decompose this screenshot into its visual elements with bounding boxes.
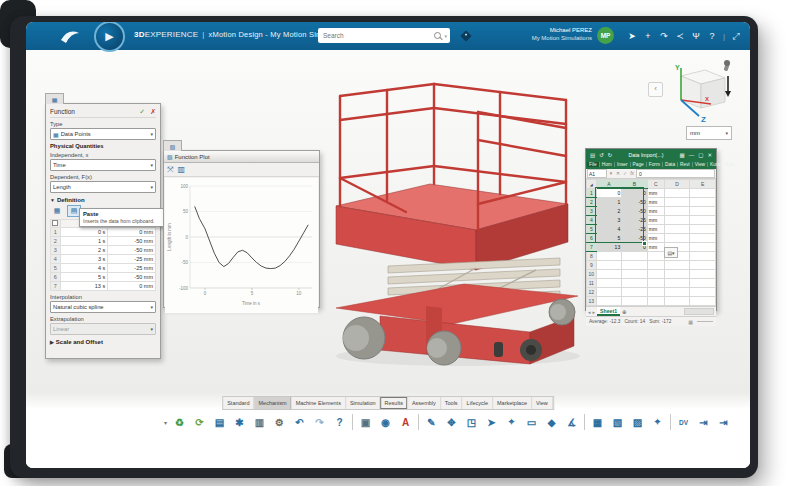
data-point-row[interactable]: 65 s-50 mm <box>51 273 156 282</box>
cell-B10[interactable] <box>622 270 648 279</box>
selection-handle[interactable] <box>642 241 647 246</box>
add-sheet-icon[interactable]: ⊕ <box>622 309 627 315</box>
save-icon[interactable]: ▤ <box>210 412 229 432</box>
cell-D13[interactable] <box>664 297 690 306</box>
cell-D2[interactable] <box>664 198 690 207</box>
x-value-cell[interactable]: 2 s <box>60 246 107 255</box>
row-header-9[interactable]: 9 <box>587 261 597 270</box>
refresh-icon[interactable]: ♻ <box>170 412 189 432</box>
sheet-scrollbar[interactable] <box>684 308 714 315</box>
y-value-cell[interactable]: 0 mm <box>108 228 156 237</box>
y-value-cell[interactable]: -25 mm <box>108 255 156 264</box>
cell-A8[interactable] <box>596 252 622 261</box>
tab-assembly[interactable]: Assembly <box>408 397 441 409</box>
cell-D10[interactable] <box>664 270 690 279</box>
window-icon[interactable]: ▣ <box>356 412 375 432</box>
cell-B12[interactable] <box>622 288 648 297</box>
column-header-B[interactable]: B <box>622 180 648 189</box>
search-chevron-icon[interactable]: ▾ <box>444 33 447 39</box>
share-icon[interactable]: ↷ <box>656 31 672 41</box>
cell-E7[interactable] <box>690 243 716 252</box>
print-icon[interactable]: ▥ <box>250 412 269 432</box>
cell-B9[interactable] <box>622 261 648 270</box>
settings-icon[interactable]: ⚙ <box>270 412 289 432</box>
expand-icon[interactable]: ⤧ <box>167 165 173 175</box>
cell-D3[interactable] <box>664 207 690 216</box>
minimize-icon[interactable]: — <box>689 152 695 158</box>
type-dropdown[interactable]: ▦ Data Points ▾ <box>50 128 156 140</box>
tab-results[interactable]: Results <box>381 397 408 409</box>
add-icon[interactable]: + <box>640 31 656 41</box>
row-header-1[interactable]: 1 <box>587 189 597 198</box>
export-table-icon[interactable]: ⇥ <box>694 412 713 432</box>
cell-B13[interactable] <box>622 297 648 306</box>
tab-mechanism[interactable]: Mechanism <box>255 397 292 409</box>
plot-icon[interactable]: DV <box>674 412 693 432</box>
tab-marketplace[interactable]: Marketplace <box>493 397 532 409</box>
cell-C13[interactable] <box>647 297 664 306</box>
cell-B5[interactable]: -25 <box>622 225 648 234</box>
independent-dropdown[interactable]: Time ▾ <box>50 159 156 171</box>
cell-A10[interactable] <box>596 270 622 279</box>
data-point-row[interactable]: 713 s0 mm <box>51 282 156 291</box>
y-value-cell[interactable]: -25 mm <box>108 264 156 273</box>
scale-offset-section[interactable]: ▶Scale and Offset <box>50 339 156 345</box>
select-all-corner[interactable]: ◢ <box>587 180 597 189</box>
help-icon[interactable]: ? <box>704 31 720 41</box>
cell-D4[interactable] <box>664 216 690 225</box>
y-value-cell[interactable]: -50 mm <box>108 237 156 246</box>
fx-icon[interactable]: fx <box>629 171 635 176</box>
row-header-7[interactable]: 7 <box>587 243 597 252</box>
cell-A13[interactable] <box>596 297 622 306</box>
row-header-4[interactable]: 4 <box>587 216 597 225</box>
probe-icon[interactable]: ⌖ <box>648 412 667 432</box>
ribbon-tab-file[interactable]: File <box>587 162 599 167</box>
search-icon[interactable] <box>434 32 441 39</box>
measure-icon[interactable]: ∡ <box>562 412 581 432</box>
ribbon-tab-revi[interactable]: Revi <box>677 162 692 167</box>
cell-D1[interactable] <box>664 189 690 198</box>
results-table-icon[interactable]: ▦ <box>588 412 607 432</box>
cell-A9[interactable] <box>596 261 622 270</box>
y-value-cell[interactable]: -50 mm <box>108 246 156 255</box>
tab-machine-elements[interactable]: Machine Elements <box>292 397 346 409</box>
select-all-checkbox[interactable] <box>52 220 58 226</box>
cell-D11[interactable] <box>664 279 690 288</box>
import-table-icon[interactable]: ▦ <box>50 205 64 217</box>
row-header-2[interactable]: 2 <box>587 198 597 207</box>
cell-C3[interactable]: mm <box>647 207 664 216</box>
x-value-cell[interactable]: 5 s <box>60 273 107 282</box>
tab-tools[interactable]: Tools <box>441 397 463 409</box>
xmotion-app-icon[interactable]: ▶ <box>94 22 125 52</box>
cell-B4[interactable]: -25 <box>622 216 648 225</box>
cell-E11[interactable] <box>690 279 716 288</box>
formula-input[interactable]: 0 <box>636 169 715 178</box>
plot-window-titlebar[interactable]: ▧ Function Plot <box>164 151 319 163</box>
y-value-cell[interactable]: -50 mm <box>108 273 156 282</box>
notifications-icon[interactable]: ➤ <box>624 31 640 41</box>
cell-E13[interactable] <box>690 297 716 306</box>
name-box[interactable]: A1 <box>587 169 607 178</box>
maximize-icon[interactable]: ▢ <box>698 152 703 158</box>
collaborate-icon[interactable]: ≺ <box>672 31 688 41</box>
cell-A7[interactable]: 13 <box>596 243 622 252</box>
fullscreen-icon[interactable]: ⤢ <box>728 31 744 42</box>
cell-E5[interactable] <box>690 225 716 234</box>
cell-E2[interactable] <box>690 198 716 207</box>
sheet-next-icon[interactable]: ▸ <box>593 309 596 315</box>
search-input[interactable] <box>321 31 432 40</box>
sketch-icon[interactable]: ✎ <box>422 412 441 432</box>
3d-model-scissor-lift[interactable] <box>326 54 592 374</box>
sheet-prev-icon[interactable]: ◂ <box>588 309 591 315</box>
row-header-11[interactable]: 11 <box>587 279 597 288</box>
collapse-panel-button[interactable]: ‹ <box>648 82 663 97</box>
column-header-A[interactable]: A <box>596 180 622 189</box>
redo-icon[interactable]: ↷ <box>310 412 329 432</box>
x-value-cell[interactable]: 0 s <box>60 228 107 237</box>
cell-C11[interactable] <box>647 279 664 288</box>
plot-window-tab[interactable]: ▧ <box>163 140 182 151</box>
y-value-cell[interactable]: 0 mm <box>108 282 156 291</box>
confirm-entry-icon[interactable]: ✓ <box>622 171 628 176</box>
cell-C1[interactable]: mm <box>647 189 664 198</box>
cell-E6[interactable] <box>690 234 716 243</box>
